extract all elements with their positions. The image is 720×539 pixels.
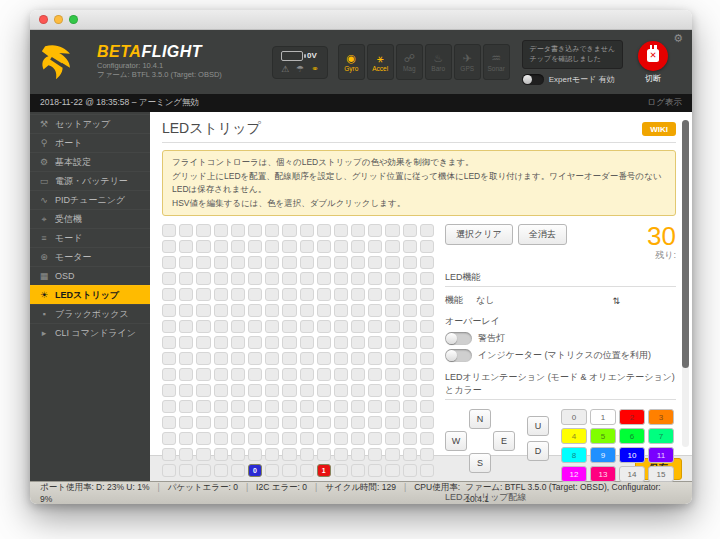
color-swatch-12[interactable]: 12 xyxy=(561,466,587,482)
grid-cell[interactable] xyxy=(162,256,176,269)
grid-cell[interactable] xyxy=(265,400,279,413)
grid-cell[interactable] xyxy=(231,416,245,429)
grid-cell[interactable] xyxy=(351,256,365,269)
grid-cell[interactable] xyxy=(385,384,399,397)
grid-cell[interactable] xyxy=(265,224,279,237)
grid-cell[interactable] xyxy=(248,320,262,333)
grid-cell[interactable] xyxy=(214,448,228,461)
grid-cell[interactable] xyxy=(265,272,279,285)
grid-cell[interactable] xyxy=(403,368,417,381)
grid-cell[interactable] xyxy=(420,336,434,349)
grid-cell[interactable] xyxy=(351,288,365,301)
color-swatch-15[interactable]: 15 xyxy=(648,466,674,482)
grid-cell[interactable] xyxy=(368,240,382,253)
grid-cell[interactable] xyxy=(162,352,176,365)
grid-cell[interactable] xyxy=(351,224,365,237)
sidebar-item-configuration[interactable]: ⚙基本設定 xyxy=(30,152,150,171)
grid-cell[interactable] xyxy=(162,224,176,237)
grid-cell[interactable] xyxy=(317,288,331,301)
grid-cell[interactable] xyxy=(282,256,296,269)
color-swatch-3[interactable]: 3 xyxy=(648,409,674,425)
grid-cell[interactable] xyxy=(385,256,399,269)
grid-cell[interactable] xyxy=(317,240,331,253)
grid-cell[interactable] xyxy=(420,352,434,365)
color-swatch-5[interactable]: 5 xyxy=(590,428,616,444)
grid-cell[interactable] xyxy=(282,224,296,237)
color-swatch-0[interactable]: 0 xyxy=(561,409,587,425)
grid-cell[interactable] xyxy=(385,368,399,381)
grid-cell[interactable] xyxy=(351,240,365,253)
orientation-down-button[interactable]: D xyxy=(527,441,549,461)
color-swatch-4[interactable]: 4 xyxy=(561,428,587,444)
grid-cell[interactable] xyxy=(214,464,228,477)
window-zoom-button[interactable] xyxy=(69,15,78,24)
grid-cell[interactable] xyxy=(196,384,210,397)
grid-cell[interactable] xyxy=(334,320,348,333)
grid-cell[interactable] xyxy=(368,464,382,477)
grid-cell[interactable] xyxy=(403,464,417,477)
grid-cell[interactable] xyxy=(351,384,365,397)
grid-cell[interactable] xyxy=(420,400,434,413)
grid-cell[interactable] xyxy=(300,464,314,477)
grid-cell[interactable] xyxy=(368,368,382,381)
grid-cell[interactable] xyxy=(420,384,434,397)
grid-cell[interactable] xyxy=(214,368,228,381)
grid-cell[interactable] xyxy=(231,304,245,317)
grid-cell[interactable] xyxy=(248,432,262,445)
color-swatch-7[interactable]: 7 xyxy=(648,428,674,444)
grid-cell[interactable] xyxy=(317,304,331,317)
grid-cell[interactable] xyxy=(231,464,245,477)
grid-cell[interactable] xyxy=(368,320,382,333)
grid-cell[interactable] xyxy=(351,432,365,445)
grid-cell[interactable] xyxy=(385,400,399,413)
grid-cell[interactable] xyxy=(368,384,382,397)
expert-mode-toggle[interactable] xyxy=(522,74,544,85)
grid-cell[interactable] xyxy=(334,256,348,269)
clear-all-button[interactable]: 全消去 xyxy=(518,224,567,245)
grid-cell[interactable] xyxy=(265,320,279,333)
grid-cell[interactable] xyxy=(403,336,417,349)
color-swatch-6[interactable]: 6 xyxy=(619,428,645,444)
window-minimize-button[interactable] xyxy=(54,15,63,24)
grid-cell[interactable] xyxy=(214,400,228,413)
sidebar-item-setup[interactable]: ⚒セットアップ xyxy=(30,114,150,133)
grid-cell[interactable] xyxy=(214,224,228,237)
grid-cell[interactable] xyxy=(179,464,193,477)
sidebar-item-osd[interactable]: ▦OSD xyxy=(30,266,150,285)
grid-cell[interactable] xyxy=(300,320,314,333)
grid-cell[interactable] xyxy=(300,384,314,397)
grid-cell[interactable] xyxy=(214,416,228,429)
grid-cell[interactable] xyxy=(334,304,348,317)
orientation-up-button[interactable]: U xyxy=(527,416,549,436)
grid-cell[interactable] xyxy=(317,416,331,429)
orientation-south-button[interactable]: S xyxy=(469,453,491,473)
grid-cell[interactable] xyxy=(385,432,399,445)
grid-cell[interactable] xyxy=(265,304,279,317)
grid-cell[interactable] xyxy=(282,384,296,397)
grid-cell[interactable] xyxy=(300,400,314,413)
grid-cell[interactable] xyxy=(334,416,348,429)
grid-cell[interactable] xyxy=(179,400,193,413)
grid-cell[interactable] xyxy=(196,224,210,237)
color-swatch-10[interactable]: 10 xyxy=(619,447,645,463)
grid-cell[interactable] xyxy=(403,448,417,461)
grid-cell[interactable] xyxy=(368,352,382,365)
wiki-button[interactable]: WIKI xyxy=(642,122,676,136)
color-swatch-9[interactable]: 9 xyxy=(590,447,616,463)
grid-cell[interactable] xyxy=(351,352,365,365)
grid-cell[interactable] xyxy=(179,288,193,301)
settings-gear-icon[interactable]: ⚙ xyxy=(673,33,683,44)
grid-cell[interactable] xyxy=(196,416,210,429)
window-close-button[interactable] xyxy=(39,15,48,24)
grid-cell[interactable] xyxy=(385,272,399,285)
disconnect-button[interactable]: ✕ xyxy=(638,41,668,71)
grid-cell[interactable] xyxy=(420,448,434,461)
overlay-toggle-1[interactable] xyxy=(445,349,472,362)
grid-cell[interactable] xyxy=(214,352,228,365)
scrollbar-thumb[interactable] xyxy=(682,120,689,368)
grid-cell[interactable] xyxy=(179,320,193,333)
grid-cell[interactable] xyxy=(179,416,193,429)
grid-cell[interactable] xyxy=(420,416,434,429)
grid-cell[interactable] xyxy=(300,256,314,269)
grid-cell[interactable] xyxy=(162,240,176,253)
